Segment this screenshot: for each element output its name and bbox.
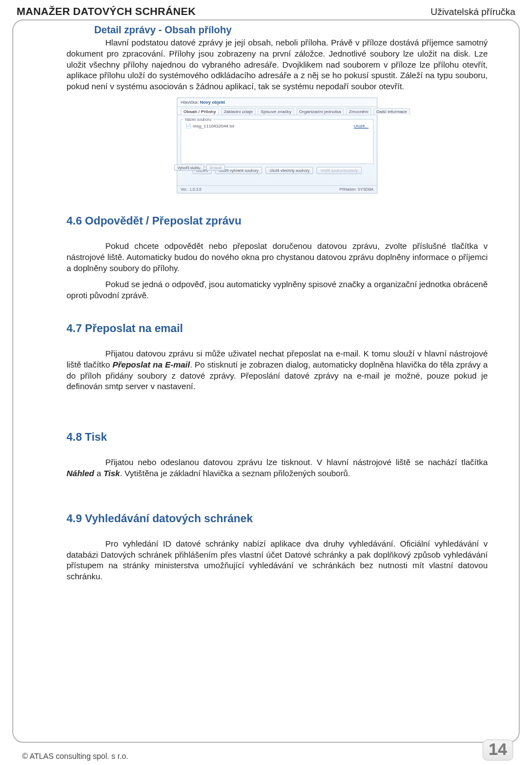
footer-copyright: © ATLAS consulting spol. s r.o. bbox=[22, 752, 128, 761]
para-48-b2: Tisk bbox=[104, 468, 120, 478]
para-detail: Hlavní podstatou datové zprávy je její o… bbox=[66, 37, 488, 92]
tab-org[interactable]: Organizační jednotka bbox=[296, 108, 344, 115]
btn-delete: Smazat bbox=[206, 165, 225, 171]
page-number: 14 bbox=[483, 740, 513, 761]
para-48-pre: Přijatou nebo odeslanou datovou zprávu l… bbox=[105, 457, 488, 467]
heading-46: 4.6 Odpovědět / Přeposlat zprávu bbox=[66, 215, 488, 227]
file-row[interactable]: msg_1110432044.txt Uložit... bbox=[183, 123, 371, 130]
btn-create-folder[interactable]: Vytvořit složku bbox=[174, 165, 204, 171]
btn-add-file: Vložit soubor/soubory bbox=[316, 167, 361, 174]
shot-title-value: Nový objekt bbox=[200, 100, 225, 105]
para-47: Přijatou datovou zprávu si může uživatel… bbox=[66, 348, 488, 392]
doc-subtitle: Uživatelská příručka bbox=[431, 7, 515, 18]
heading-49: 4.9 Vyhledávání datových schránek bbox=[66, 512, 488, 525]
tab-dalsi[interactable]: Další informace bbox=[374, 108, 410, 115]
file-save-link[interactable]: Uložit... bbox=[354, 124, 369, 129]
para-49: Pro vyhledání ID datové schránky nabízí … bbox=[66, 538, 488, 582]
shot-user: Přihlášen: SYSDBA bbox=[340, 187, 374, 191]
doc-title: MANAŽER DATOVÝCH SCHRÁNEK bbox=[17, 6, 196, 18]
fieldset-files: Název souboru msg_1110432044.txt Uložit.… bbox=[181, 118, 374, 164]
para-48-b1: Náhled bbox=[66, 468, 94, 478]
heading-48: 4.8 Tisk bbox=[66, 431, 488, 443]
btn-save-all[interactable]: Uložit všechny soubory bbox=[265, 167, 313, 174]
shot-title-label: Hlavička: bbox=[181, 100, 198, 105]
legend-files: Název souboru bbox=[183, 118, 213, 121]
embedded-screenshot: Hlavička: Nový objekt Obsah / Přílohy Zá… bbox=[177, 98, 377, 193]
file-name: msg_1110432044.txt bbox=[186, 124, 234, 129]
shot-version: Ver.: 1.0.3.0 bbox=[181, 187, 201, 191]
tab-spisove[interactable]: Spisové značky bbox=[258, 108, 294, 115]
tab-obsah[interactable]: Obsah / Přílohy bbox=[181, 108, 219, 115]
para-48: Přijatou nebo odeslanou datovou zprávu l… bbox=[66, 457, 488, 479]
tab-zmocneni[interactable]: Zmocnění bbox=[346, 108, 371, 115]
para-48-post: . Vytištěna je základní hlavička a sezna… bbox=[120, 468, 350, 478]
para-47-bold: Přeposlat na E-mail bbox=[112, 360, 190, 369]
para-48-mid: a bbox=[94, 468, 104, 478]
heading-detail: Detail zprávy - Obsah přílohy bbox=[94, 24, 488, 36]
heading-47: 4.7 Přeposlat na email bbox=[66, 322, 488, 335]
para-46-2: Pokud se jedná o odpověď, jsou automatic… bbox=[66, 279, 488, 301]
para-46-1: Pokud chcete odpovědět nebo přeposlat do… bbox=[66, 241, 488, 273]
tab-zakladni[interactable]: Základní údaje bbox=[221, 108, 255, 115]
